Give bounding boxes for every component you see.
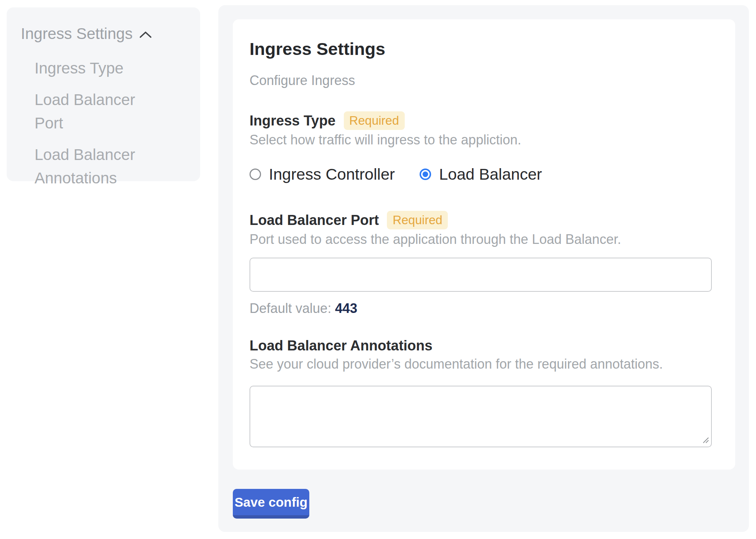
radio-option-ingress-controller[interactable]: Ingress Controller bbox=[250, 165, 395, 183]
sidebar-item-load-balancer-port[interactable]: Load Balancer Port bbox=[35, 88, 157, 135]
load-balancer-port-input[interactable] bbox=[250, 258, 712, 292]
settings-outline-sidebar: Ingress Settings Ingress Type Load Balan… bbox=[7, 7, 200, 181]
load-balancer-port-title: Load Balancer Port bbox=[250, 212, 379, 229]
radio-label-ingress-controller: Ingress Controller bbox=[269, 165, 395, 183]
sidebar-group-ingress-settings[interactable]: Ingress Settings bbox=[21, 24, 189, 43]
ingress-settings-panel: Ingress Settings Configure Ingress Ingre… bbox=[218, 5, 749, 532]
ingress-type-heading-row: Ingress Type Required bbox=[250, 111, 717, 130]
page: Ingress Settings Ingress Type Load Balan… bbox=[0, 0, 756, 539]
default-value: 443 bbox=[335, 301, 357, 316]
ingress-type-description: Select how traffic will ingress to the a… bbox=[250, 132, 717, 148]
sidebar-item-ingress-type[interactable]: Ingress Type bbox=[35, 56, 157, 80]
required-badge: Required bbox=[387, 211, 448, 229]
load-balancer-annotations-field-wrap bbox=[250, 386, 712, 447]
ingress-settings-card: Ingress Settings Configure Ingress Ingre… bbox=[233, 19, 735, 470]
default-value-row: Default value: 443 bbox=[250, 301, 717, 316]
sidebar-item-list: Ingress Type Load Balancer Port Load Bal… bbox=[21, 56, 189, 190]
save-config-button[interactable]: Save config bbox=[233, 489, 309, 519]
resize-handle-icon[interactable] bbox=[703, 437, 709, 444]
radio-option-load-balancer[interactable]: Load Balancer bbox=[420, 165, 542, 183]
page-subtitle: Configure Ingress bbox=[250, 73, 717, 88]
load-balancer-annotations-title: Load Balancer Annotations bbox=[250, 337, 433, 354]
page-title: Ingress Settings bbox=[250, 39, 717, 59]
ingress-type-title: Ingress Type bbox=[250, 112, 336, 129]
required-badge: Required bbox=[344, 111, 405, 130]
load-balancer-annotations-heading-row: Load Balancer Annotations bbox=[250, 337, 717, 354]
chevron-up-icon bbox=[139, 31, 152, 39]
load-balancer-port-heading-row: Load Balancer Port Required bbox=[250, 211, 717, 229]
radio-icon[interactable] bbox=[250, 169, 261, 180]
radio-label-load-balancer: Load Balancer bbox=[439, 165, 542, 183]
default-value-label: Default value: bbox=[250, 301, 331, 316]
load-balancer-annotations-textarea[interactable] bbox=[250, 386, 712, 447]
load-balancer-annotations-description: See your cloud provider’s documentation … bbox=[250, 356, 717, 372]
ingress-type-radio-group: Ingress Controller Load Balancer bbox=[250, 165, 717, 183]
sidebar-group-label: Ingress Settings bbox=[21, 24, 133, 43]
sidebar-item-load-balancer-annotations[interactable]: Load Balancer Annotations bbox=[35, 143, 157, 190]
load-balancer-port-description: Port used to access the application thro… bbox=[250, 232, 717, 247]
radio-icon[interactable] bbox=[420, 169, 431, 180]
